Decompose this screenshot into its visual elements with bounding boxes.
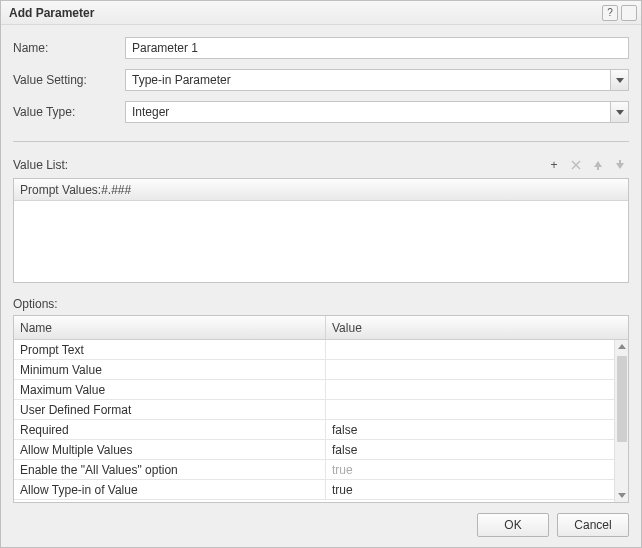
option-value[interactable]: false bbox=[326, 440, 614, 459]
scroll-down-icon bbox=[615, 488, 628, 502]
scroll-thumb[interactable] bbox=[617, 356, 627, 442]
divider bbox=[13, 141, 629, 142]
titlebar: Add Parameter ? bbox=[1, 1, 641, 25]
value-list-label: Value List: bbox=[13, 158, 545, 172]
arrow-up-icon bbox=[593, 160, 603, 170]
option-value[interactable] bbox=[326, 340, 614, 359]
option-value[interactable] bbox=[326, 400, 614, 419]
option-name: Allow Type-in of Value bbox=[14, 480, 326, 499]
close-button[interactable] bbox=[621, 5, 637, 21]
move-down-button[interactable] bbox=[611, 156, 629, 174]
option-row[interactable]: User Defined Format bbox=[14, 400, 614, 420]
option-row[interactable]: Requiredfalse bbox=[14, 420, 614, 440]
add-value-button[interactable]: + bbox=[545, 156, 563, 174]
option-row[interactable]: Enable the "All Values" optiontrue bbox=[14, 460, 614, 480]
value-list-toolbar: + bbox=[545, 156, 629, 174]
option-value[interactable] bbox=[326, 360, 614, 379]
options-col-name: Name bbox=[14, 316, 326, 339]
option-name: User Defined Format bbox=[14, 400, 326, 419]
value-list-box: Prompt Values:#.### bbox=[13, 178, 629, 283]
help-button[interactable]: ? bbox=[602, 5, 618, 21]
dialog-body: Name: Value Setting: Type-in Parameter V… bbox=[1, 25, 641, 503]
name-input[interactable] bbox=[125, 37, 629, 59]
arrow-down-icon bbox=[615, 160, 625, 170]
options-label: Options: bbox=[13, 297, 629, 311]
option-row[interactable]: Allow Multiple Valuesfalse bbox=[14, 440, 614, 460]
option-row[interactable]: Prompt Text bbox=[14, 340, 614, 360]
value-setting-value: Type-in Parameter bbox=[125, 69, 629, 91]
options-body: Prompt TextMinimum ValueMaximum ValueUse… bbox=[14, 340, 628, 502]
option-name: Enable the "All Values" option bbox=[14, 460, 326, 479]
ok-button[interactable]: OK bbox=[477, 513, 549, 537]
value-type-row: Value Type: Integer bbox=[13, 101, 629, 123]
option-value[interactable]: false bbox=[326, 420, 614, 439]
option-value[interactable] bbox=[326, 380, 614, 399]
plus-icon: + bbox=[550, 158, 557, 172]
option-row[interactable]: Allow Type-in of Valuetrue bbox=[14, 480, 614, 500]
delete-value-button[interactable] bbox=[567, 156, 585, 174]
option-value[interactable]: true bbox=[326, 460, 614, 479]
name-label: Name: bbox=[13, 41, 125, 55]
option-row[interactable]: Minimum Value bbox=[14, 360, 614, 380]
options-header: Name Value bbox=[14, 316, 628, 340]
options-box: Name Value Prompt TextMinimum ValueMaxim… bbox=[13, 315, 629, 503]
value-list-header-row: Value List: + bbox=[13, 156, 629, 174]
move-up-button[interactable] bbox=[589, 156, 607, 174]
value-list-body[interactable] bbox=[14, 201, 628, 282]
value-setting-label: Value Setting: bbox=[13, 73, 125, 87]
option-name: Allow Multiple Values bbox=[14, 440, 326, 459]
option-value[interactable]: true bbox=[326, 480, 614, 499]
option-row[interactable]: Maximum Value bbox=[14, 380, 614, 400]
value-list-column-header: Prompt Values:#.### bbox=[14, 179, 628, 201]
value-setting-select[interactable]: Type-in Parameter bbox=[125, 69, 629, 91]
option-name: Required bbox=[14, 420, 326, 439]
cancel-button[interactable]: Cancel bbox=[557, 513, 629, 537]
options-col-value: Value bbox=[326, 316, 628, 339]
option-name: Minimum Value bbox=[14, 360, 326, 379]
dialog-footer: OK Cancel bbox=[1, 503, 641, 547]
titlebar-title: Add Parameter bbox=[9, 6, 599, 20]
add-parameter-dialog: Add Parameter ? Name: Value Setting: Typ… bbox=[0, 0, 642, 548]
value-type-value: Integer bbox=[125, 101, 629, 123]
option-name: Prompt Text bbox=[14, 340, 326, 359]
options-rows: Prompt TextMinimum ValueMaximum ValueUse… bbox=[14, 340, 614, 502]
scroll-up-icon bbox=[615, 340, 628, 354]
value-type-label: Value Type: bbox=[13, 105, 125, 119]
option-name: Maximum Value bbox=[14, 380, 326, 399]
value-type-select[interactable]: Integer bbox=[125, 101, 629, 123]
help-icon: ? bbox=[607, 7, 613, 18]
options-scrollbar[interactable] bbox=[614, 340, 628, 502]
value-setting-row: Value Setting: Type-in Parameter bbox=[13, 69, 629, 91]
name-row: Name: bbox=[13, 37, 629, 59]
delete-icon bbox=[571, 160, 581, 170]
